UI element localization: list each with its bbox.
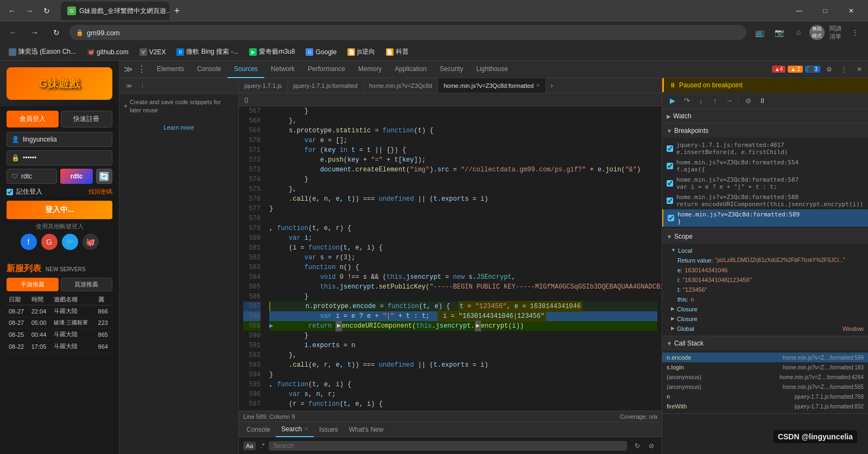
refresh-console-button[interactable]: ↻ xyxy=(631,440,643,452)
search-input[interactable] xyxy=(273,442,623,450)
source-tab-jquery-formatted[interactable]: jquery-1.7.1.js:formatted xyxy=(288,78,364,93)
bottom-tab-issues[interactable]: Issues xyxy=(314,422,344,437)
devtools-tab-sources[interactable]: Sources xyxy=(227,61,264,78)
screenshot-icon-button[interactable]: 📷 xyxy=(770,24,788,41)
bookmark-bing[interactable]: B 微軟 Bing 搜索 -... xyxy=(172,45,243,59)
login-button[interactable]: 登入中... xyxy=(7,201,112,219)
address-input[interactable]: 🔒 gm99.com xyxy=(69,25,746,40)
file-tree-toggle[interactable]: ≫ xyxy=(124,80,135,91)
devtools-tab-lighthouse[interactable]: Lighthouse xyxy=(470,61,515,78)
bottom-tab-console[interactable]: Console xyxy=(241,422,276,437)
minimize-button[interactable]: — xyxy=(787,2,812,20)
scope-section-header[interactable]: ▼ Scope xyxy=(662,229,868,244)
twitter-icon[interactable]: 🐦 xyxy=(62,234,78,250)
devtools-tab-security[interactable]: Security xyxy=(433,61,470,78)
bookmark-v2ex[interactable]: V V2EX xyxy=(135,46,170,58)
bp-item-1[interactable]: jquery-1.7.1.js:formatted:4017 e.insertB… xyxy=(662,140,868,157)
cs-item-anon2[interactable]: (anonymous) home.min.js?v=Z....formatted… xyxy=(662,382,868,392)
devtools-tab-performance[interactable]: Performance xyxy=(301,61,352,78)
password-input[interactable] xyxy=(23,154,107,162)
devtools-collapse-button[interactable]: ≫ xyxy=(122,64,135,74)
cs-item-n[interactable]: n jquery-1.7.1.js:formatted:768 xyxy=(662,392,868,401)
bookmark-kepu[interactable]: 📄 科普 xyxy=(382,45,413,59)
cs-item-slogin[interactable]: s.login home.min.js?v=Z....formatted:183 xyxy=(662,362,868,372)
source-tab-close-icon[interactable]: ✕ xyxy=(536,82,540,88)
scope-local-header[interactable]: ▼ Local xyxy=(662,246,868,255)
facebook-icon[interactable]: f xyxy=(21,234,37,250)
bookmark-icon-button[interactable]: ☆ xyxy=(790,24,807,41)
cs-item-anon1[interactable]: (anonymous) home.min.js?v=Z....formatted… xyxy=(662,372,868,382)
password-input-row[interactable]: 🔒 xyxy=(7,150,112,165)
read-mode-button[interactable]: 閱讀清單 xyxy=(827,24,844,41)
login-tab-register[interactable]: 快速註冊 xyxy=(61,111,113,127)
source-tab-homemin-formatted[interactable]: home.min.js?v=Z3Qc8d:formatted ✕ xyxy=(438,78,546,93)
bookmark-google[interactable]: G Google xyxy=(301,46,341,58)
devtools-tab-memory[interactable]: Memory xyxy=(352,61,388,78)
source-tab-homemin[interactable]: home.min.js?v=Z3Qc8d xyxy=(364,78,438,93)
google-icon[interactable]: G xyxy=(41,234,58,250)
server-row-4[interactable]: 08-22 17:05 斗羅大陸 864 xyxy=(7,341,112,353)
bp-checkbox-4[interactable] xyxy=(667,197,673,204)
server-tab-web[interactable]: 頁游推薦 xyxy=(61,278,113,291)
bookmark-jsreverse[interactable]: 📄 js逆向 xyxy=(343,45,379,59)
bp-checkbox-2[interactable] xyxy=(667,163,673,169)
search-filter-box[interactable] xyxy=(269,441,627,451)
source-tab-jquery[interactable]: jquery-1.7.1.js xyxy=(239,78,288,93)
server-tab-mobile[interactable]: 手游推薦 xyxy=(7,278,59,291)
forgot-password-link[interactable]: 找回密碼 xyxy=(88,188,112,196)
reload-button[interactable]: ↻ xyxy=(39,3,54,18)
step-out-button[interactable]: ↑ xyxy=(709,94,721,106)
clear-console-button[interactable]: ⊘ xyxy=(645,440,657,452)
server-row-3[interactable]: 08-25 00:44 斗羅大陸 865 xyxy=(7,329,112,341)
watch-section-header[interactable]: ▶ Watch xyxy=(662,109,868,123)
scope-closure-1[interactable]: ▶ Closure xyxy=(662,304,868,314)
new-tab-button[interactable]: + xyxy=(169,3,185,18)
forward-nav-button[interactable]: → xyxy=(26,24,43,41)
bookmark-user[interactable]: 👤 陳奕迅 (Eason Ch... xyxy=(4,45,80,59)
server-row-2[interactable]: 08-27 05:00 破壞·三國殺軍 223 xyxy=(7,317,112,329)
active-tab[interactable]: G G妹遊戲_全球繁體中文網頁遊... ✕ xyxy=(61,2,169,20)
scope-global[interactable]: ▶ Global Window xyxy=(662,324,868,334)
deactivate-bp-button[interactable]: ⊘ xyxy=(742,94,754,106)
devtools-settings-icon[interactable]: ⋮ xyxy=(135,64,148,74)
username-input[interactable] xyxy=(23,136,107,143)
bp-checkbox-1[interactable] xyxy=(667,145,673,152)
new-snippet-button[interactable]: + Create and save code snippets for late… xyxy=(119,94,238,119)
more-options-button[interactable]: ⋮ xyxy=(846,24,864,41)
call-stack-header[interactable]: ▼ Call Stack xyxy=(662,336,868,350)
remember-checkbox[interactable] xyxy=(7,189,13,195)
refresh-captcha-button[interactable]: 🔄 xyxy=(96,169,112,184)
bp-item-3[interactable]: home.min.js?v=Z3Qc8d:formatted:587 var i… xyxy=(662,175,868,192)
file-tree-more[interactable]: ⋮ xyxy=(137,80,148,91)
console-aa-button[interactable]: Aa xyxy=(243,442,256,450)
bottom-tab-whatsnew[interactable]: What's New xyxy=(344,422,389,437)
devtools-tab-application[interactable]: Application xyxy=(388,61,433,78)
reload-nav-button[interactable]: ↻ xyxy=(48,24,65,41)
captcha-input[interactable] xyxy=(21,172,52,180)
resume-button[interactable]: ▶ xyxy=(667,94,679,106)
bp-checkbox-3[interactable] xyxy=(667,180,673,187)
bp-item-4[interactable]: home.min.js?v=Z3Qc8d:formatted:588 retur… xyxy=(662,192,868,209)
cs-item-firewith[interactable]: fireWith jquery-1.7.1.js:formatted:832 xyxy=(662,401,868,411)
login-tab-member[interactable]: 會員登入 xyxy=(7,111,59,127)
learn-more-link[interactable]: Learn more xyxy=(163,124,194,131)
maximize-button[interactable]: □ xyxy=(813,2,838,20)
devtools-tab-network[interactable]: Network xyxy=(264,61,301,78)
bp-item-5[interactable]: home.min.js?v=Z3Qc8d:formatted:589 } xyxy=(662,209,868,227)
cast-icon-button[interactable]: 📺 xyxy=(751,24,768,41)
scope-closure-2[interactable]: ▶ Closure xyxy=(662,314,868,324)
forward-button[interactable]: → xyxy=(22,3,37,18)
bp-item-2[interactable]: home.min.js?v=Z3Qc8d:formatted:554 f.aja… xyxy=(662,157,868,175)
devtools-close-button[interactable]: ✕ xyxy=(853,63,866,76)
close-button[interactable]: ✕ xyxy=(839,2,864,20)
back-button[interactable]: ← xyxy=(4,3,20,18)
github-icon[interactable]: 🐙 xyxy=(83,234,99,250)
format-button[interactable]: {} xyxy=(241,95,251,104)
devtools-tab-elements[interactable]: Elements xyxy=(150,61,191,78)
step-button[interactable]: → xyxy=(723,94,735,106)
bp-checkbox-5[interactable] xyxy=(668,215,674,221)
bookmark-iqiyi[interactable]: ▶ 愛奇藝m3u8 xyxy=(245,45,299,59)
username-input-row[interactable]: 👤 xyxy=(7,132,112,147)
breakpoints-section-header[interactable]: ▼ Breakpoints xyxy=(662,124,868,138)
regex-toggle[interactable]: .* xyxy=(260,442,264,450)
